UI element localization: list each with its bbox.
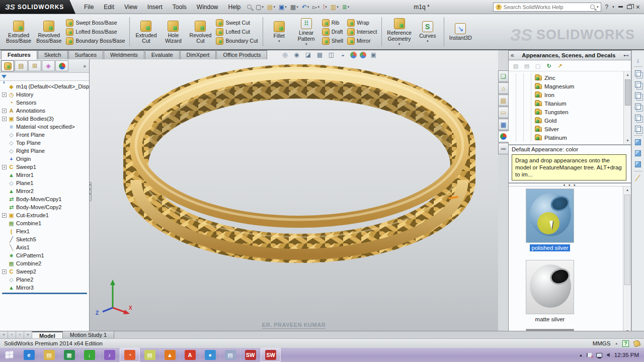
reference-geometry-button[interactable]: ReferenceGeometry▾ [385, 17, 413, 47]
expand-icon[interactable]: + [2, 93, 7, 97]
close-button[interactable]: × [636, 3, 640, 11]
expand-icon[interactable]: + [2, 213, 7, 218]
tab-sketch[interactable]: Sketch [38, 50, 68, 59]
resources-home-icon[interactable]: ⌂ [498, 82, 509, 94]
tree-item-material-not-specified[interactable]: ≡Material <not specified> [1, 123, 89, 131]
taskbar-app-sticky-notes[interactable]: ▤ [140, 348, 160, 362]
search-input[interactable] [504, 4, 588, 10]
menu-tools[interactable]: Tools [168, 2, 191, 12]
tab-evaluate[interactable]: Evaluate [145, 50, 180, 59]
appearance-thumbnail-polished-silver[interactable]: polished silver [526, 189, 574, 251]
tree-item-sketch5[interactable]: ╱Sketch5 [1, 235, 89, 243]
appearance-thumbnail-matte-silver[interactable]: matte silver [526, 260, 574, 323]
material-platinum[interactable]: Platinum [509, 133, 631, 142]
material-gold[interactable]: Gold [509, 116, 631, 125]
expand-icon[interactable]: + [2, 269, 7, 274]
tab-features[interactable]: Features [1, 50, 37, 59]
tree-item-top-plane[interactable]: ◇Top Plane [1, 139, 89, 147]
isometric-view-icon[interactable] [633, 138, 643, 147]
tree-item-sweep2[interactable]: +CSweep2 [1, 267, 89, 276]
tree-item-axis1[interactable]: ╲Axis1 [1, 243, 89, 251]
left-view-icon[interactable] [633, 91, 643, 100]
rollback-bar[interactable] [2, 293, 87, 294]
bottom-view-icon[interactable] [633, 124, 643, 133]
tab-dimxpert[interactable]: DimXpert [180, 50, 216, 59]
taskbar-app-file-explorer[interactable]: ▤ [39, 348, 59, 362]
more-tabs-chevron[interactable]: » [83, 63, 88, 69]
scroll-down-icon[interactable]: ▾ [624, 137, 631, 144]
right-view-icon[interactable] [633, 102, 643, 111]
tree-item-combine2[interactable]: ▦Combine2 [1, 259, 89, 267]
tab-model[interactable]: Model [32, 331, 63, 338]
taskbar-app-media-player[interactable]: ♪ [100, 348, 120, 362]
select-icon[interactable]: ▻▾ [311, 3, 320, 11]
custom-properties-icon[interactable]: ≔ [498, 143, 509, 154]
swept-cut-button[interactable]: Swept Cut [214, 19, 259, 27]
undo-icon[interactable]: ↶▾ [301, 3, 310, 11]
appearances-icon[interactable] [498, 131, 509, 142]
apply-scene-icon[interactable] [360, 52, 366, 58]
network-icon[interactable] [596, 353, 602, 357]
tree-filter-bar[interactable] [0, 73, 89, 81]
units-label[interactable]: MMGS [593, 340, 611, 346]
edit-appearance-icon[interactable] [350, 52, 357, 58]
view-palette-icon[interactable]: ▦ [498, 119, 509, 130]
revolved-cut-button[interactable]: RevolvedCut [187, 19, 213, 45]
menu-file[interactable]: File [79, 2, 98, 12]
menu-window[interactable]: Window [192, 2, 223, 12]
task-pane-splitter[interactable]: ● ● ● [509, 183, 631, 187]
polished-silver-preview[interactable] [526, 189, 574, 243]
design-library-icon[interactable]: ▤ [498, 95, 509, 106]
curves-button[interactable]: SCurves▾ [415, 20, 441, 44]
action-center-flag-icon[interactable] [587, 353, 592, 357]
taskbar-app-notepad[interactable]: ▤ [220, 348, 240, 362]
taskbar-app-solidworks-1[interactable]: SW [240, 348, 261, 362]
rib-button[interactable]: Rib [320, 19, 345, 27]
top-view-icon[interactable] [633, 113, 643, 122]
tree-item-combine1[interactable]: ▦Combine1 [1, 219, 89, 227]
search-toggle-icon[interactable] [247, 5, 252, 9]
material-magnesium[interactable]: Magnesium [509, 82, 631, 90]
search-dropdown-caret[interactable]: ▾ [597, 5, 599, 9]
restore-button[interactable] [627, 5, 632, 9]
thumbnail-label[interactable]: polished silver [530, 244, 571, 251]
hole-wizard-button[interactable]: HoleWizard [160, 19, 186, 45]
annotation-pen-icon[interactable]: ╱ [633, 173, 643, 183]
taskbar-app-chrome[interactable]: ◔ [120, 348, 140, 362]
tab-surfaces[interactable]: Surfaces [68, 50, 103, 59]
next-tab-button[interactable]: › [16, 331, 24, 338]
tree-item-solid-bodies-3[interactable]: +▣Solid Bodies(3) [1, 115, 89, 123]
extruded-boss-base-button[interactable]: ExtrudedBoss/Base [4, 19, 33, 45]
tree-item-annotations[interactable]: +AAnnotations [1, 107, 89, 115]
trimetric-view-icon[interactable] [633, 149, 643, 158]
help-search-box[interactable]: ? ▾ [493, 3, 601, 12]
graphics-viewport[interactable]: ◎◉◪▦◫◒▣ X Z ER. PRAVEEN KUMAR ◂◂◂ [90, 50, 498, 331]
open-icon[interactable]: ▤▾ [266, 3, 276, 11]
tree-item-history[interactable]: +◷History [1, 90, 89, 99]
refresh-icon[interactable]: ↻ [545, 62, 553, 69]
first-tab-button[interactable]: « [0, 331, 8, 338]
display-manager-tab[interactable] [55, 60, 68, 71]
back-view-icon[interactable] [633, 80, 643, 89]
tree-item-body-move-copy2[interactable]: ⇄Body-Move/Copy2 [1, 203, 89, 211]
swept-boss-base-button[interactable]: Swept Boss/Base [64, 19, 126, 27]
menu-help[interactable]: Help [224, 2, 246, 12]
wrap-button[interactable]: Wrap [346, 19, 378, 27]
taskbar-app-screen-recorder[interactable]: ● [200, 348, 220, 362]
dimxpert-manager-tab[interactable]: ◈ [42, 60, 55, 71]
bangle-3d-model[interactable] [90, 50, 498, 331]
revolved-boss-base-button[interactable]: RevolvedBoss/Base [34, 19, 63, 45]
tree-item-plane1[interactable]: ◇Plane1 [1, 179, 89, 187]
start-button[interactable] [0, 348, 19, 362]
quick-tips-icon[interactable]: ? [622, 340, 629, 347]
material-tungsten[interactable]: Tungsten [509, 108, 631, 116]
options-list-icon[interactable]: ≣▾ [341, 3, 351, 11]
taskbar-app-vlc[interactable]: ▲ [160, 348, 180, 362]
scroll-up-icon[interactable]: ▴ [623, 187, 631, 194]
material-iron[interactable]: Iron [509, 90, 631, 99]
tree-item-cirpattern1[interactable]: ∗CirPattern1 [1, 251, 89, 259]
mirror-button[interactable]: Mirror [346, 37, 378, 45]
open-folder-icon[interactable]: ▤ [523, 62, 531, 69]
tags-icon[interactable] [633, 339, 640, 347]
tree-item-body-move-copy1[interactable]: ⇄Body-Move/Copy1 [1, 195, 89, 203]
